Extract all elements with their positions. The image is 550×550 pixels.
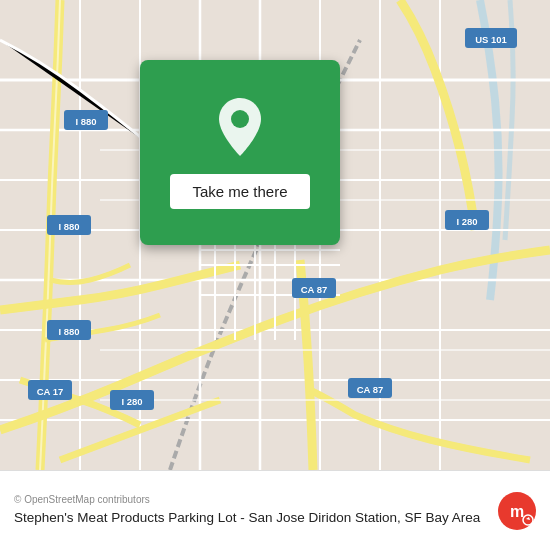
svg-point-47	[231, 110, 249, 128]
svg-text:CA 87: CA 87	[357, 384, 384, 395]
svg-text:CA 87: CA 87	[301, 284, 328, 295]
info-bar: © OpenStreetMap contributors Stephen's M…	[0, 470, 550, 550]
map-container[interactable]: US 101 I 880 I 880 I 880 I 280 I 280 CA …	[0, 0, 550, 470]
info-left: © OpenStreetMap contributors Stephen's M…	[14, 494, 486, 528]
svg-text:m: m	[510, 503, 524, 520]
location-title: Stephen's Meat Products Parking Lot - Sa…	[14, 509, 486, 528]
svg-text:I 880: I 880	[58, 221, 79, 232]
svg-text:I 880: I 880	[75, 116, 96, 127]
svg-text:I 280: I 280	[121, 396, 142, 407]
moovit-icon: m	[498, 492, 536, 530]
location-card: Take me there	[140, 60, 340, 245]
svg-text:I 880: I 880	[58, 326, 79, 337]
location-pin-icon	[214, 96, 266, 158]
svg-point-50	[523, 515, 533, 525]
svg-text:US 101: US 101	[475, 34, 507, 45]
take-me-there-button[interactable]: Take me there	[170, 174, 309, 209]
copyright-text: © OpenStreetMap contributors	[14, 494, 486, 505]
moovit-logo: m	[498, 492, 536, 530]
svg-text:I 280: I 280	[456, 216, 477, 227]
svg-text:CA 17: CA 17	[37, 386, 64, 397]
